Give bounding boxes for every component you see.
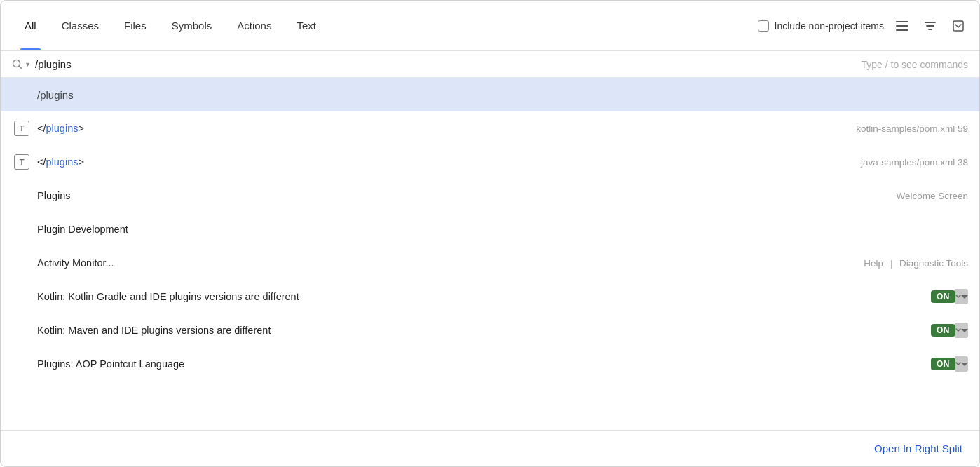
toggle-on-badge[interactable]: ON [925, 356, 968, 372]
expand-icon[interactable] [948, 16, 968, 36]
toggle-chevron [955, 323, 968, 338]
tab-symbols[interactable]: Symbols [159, 1, 225, 50]
list-item[interactable]: Kotlin: Maven and IDE plugins versions a… [1, 313, 979, 347]
search-dialog: All Classes Files Symbols Actions Text I… [1, 1, 979, 466]
search-icon-button[interactable]: ▾ [12, 59, 29, 70]
list-item[interactable]: T </plugins> java-samples/pom.xml 38 [1, 145, 979, 179]
result-label: Plugins: AOP Pointcut Language [12, 358, 925, 370]
include-label: Include non-project items [775, 20, 884, 32]
list-item[interactable]: /plugins [1, 78, 979, 111]
result-label: Plugins [12, 190, 896, 201]
result-meta: java-samples/pom.xml 38 [861, 157, 968, 168]
search-dropdown-chevron: ▾ [26, 60, 29, 68]
type-icon-wrap: T [12, 152, 32, 172]
list-item[interactable]: Plugins: AOP Pointcut Language ON [1, 347, 979, 381]
toggle-chevron [955, 289, 968, 304]
list-item[interactable]: Activity Monitor... Help | Diagnostic To… [1, 246, 979, 280]
result-label: Plugin Development [12, 224, 968, 235]
footer: Open In Right Split [1, 430, 979, 466]
toggle-on-badge[interactable]: ON [925, 289, 968, 304]
result-label: </plugins> [37, 123, 856, 134]
svg-rect-1 [896, 25, 908, 27]
open-right-split-button[interactable]: Open In Right Split [874, 442, 962, 454]
tab-classes[interactable]: Classes [49, 1, 111, 50]
svg-rect-2 [896, 29, 908, 31]
list-item[interactable]: Plugin Development [1, 212, 979, 246]
search-icon [12, 59, 23, 70]
tab-classes-label: Classes [62, 20, 99, 32]
results-list: /plugins T </plugins> kotlin-samples/pom… [1, 78, 979, 430]
chevron-down-icon [955, 328, 961, 332]
result-label: </plugins> [37, 156, 861, 168]
search-hint: Type / to see commands [861, 59, 968, 70]
result-label: Activity Monitor... [12, 257, 864, 269]
result-label: /plugins [12, 89, 74, 101]
toggle-on-label: ON [931, 358, 955, 370]
list-item[interactable]: Plugins Welcome Screen [1, 179, 979, 212]
list-item[interactable]: Kotlin: Kotlin Gradle and IDE plugins ve… [1, 280, 979, 313]
tab-files-label: Files [124, 20, 147, 32]
toggle-on-badge[interactable]: ON [925, 323, 968, 338]
tab-actions[interactable]: Actions [224, 1, 284, 50]
header-controls: Include non-project items [758, 16, 968, 36]
chevron-down-icon [955, 295, 961, 299]
list-view-icon[interactable] [892, 16, 912, 36]
result-label: Kotlin: Kotlin Gradle and IDE plugins ve… [12, 291, 925, 302]
svg-rect-0 [896, 21, 908, 22]
filter-icon[interactable] [920, 16, 940, 36]
tab-text-label: Text [297, 20, 316, 32]
search-bar: ▾ Type / to see commands [1, 51, 979, 78]
tab-all-label: All [25, 20, 36, 32]
type-icon: T [14, 121, 29, 136]
result-meta: kotlin-samples/pom.xml 59 [856, 123, 968, 134]
tab-files[interactable]: Files [111, 1, 159, 50]
toggle-chevron [955, 356, 968, 372]
tab-all[interactable]: All [12, 1, 49, 50]
type-icon-wrap: T [12, 119, 32, 138]
tab-actions-label: Actions [237, 20, 271, 32]
toggle-on-label: ON [931, 290, 955, 303]
result-meta: Welcome Screen [896, 191, 968, 201]
search-input[interactable] [35, 58, 855, 70]
result-meta: Help | Diagnostic Tools [864, 258, 968, 269]
tab-text[interactable]: Text [284, 1, 329, 50]
toggle-on-label: ON [931, 324, 955, 337]
checkbox-box [758, 20, 769, 32]
tab-bar: All Classes Files Symbols Actions Text I… [1, 1, 979, 51]
list-item[interactable]: T </plugins> kotlin-samples/pom.xml 59 [1, 111, 979, 145]
type-icon: T [14, 154, 29, 170]
include-non-project-checkbox[interactable]: Include non-project items [758, 20, 884, 32]
svg-rect-3 [953, 21, 963, 31]
tab-symbols-label: Symbols [172, 20, 212, 32]
chevron-down-icon [955, 362, 961, 366]
result-label: Kotlin: Maven and IDE plugins versions a… [12, 325, 925, 336]
